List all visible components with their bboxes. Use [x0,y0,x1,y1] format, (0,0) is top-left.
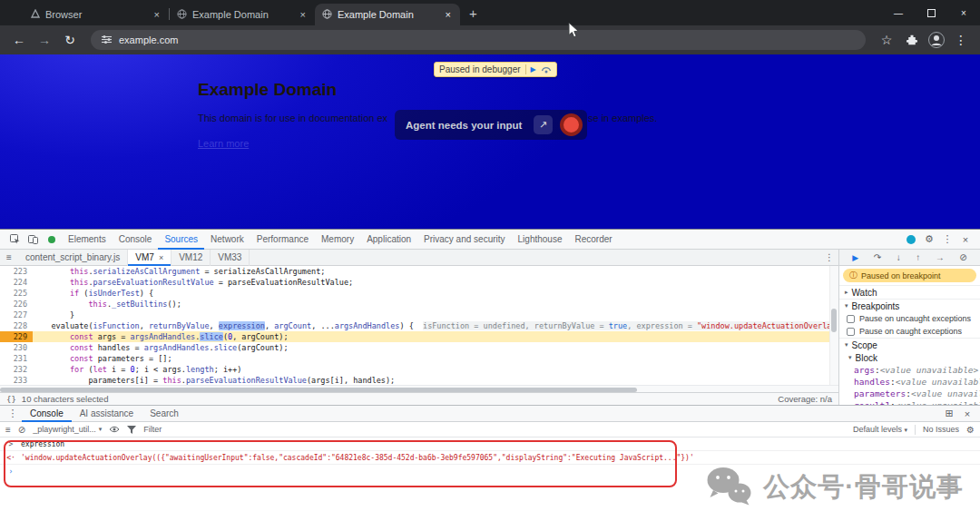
issues-counter[interactable]: No Issues [923,425,959,434]
code-line[interactable]: 223 this.serializeAsCallArgument = seria… [0,266,838,277]
file-tab-vm12[interactable]: VM12 [172,250,211,266]
clear-console-icon[interactable]: ⊘ [18,425,25,435]
back-icon[interactable]: ← [7,28,31,52]
drawer-close-icon[interactable]: × [958,408,976,419]
line-number[interactable]: 229 [0,331,33,342]
resume-script-icon[interactable]: ▶ [531,65,536,74]
vertical-scrollbar[interactable] [829,266,838,385]
pause-uncaught-option[interactable]: Pause on uncaught exceptions [839,312,980,325]
navigator-toggle-icon[interactable]: ≡ [0,252,18,262]
line-number[interactable]: 233 [0,375,33,385]
console-sidebar-icon[interactable]: ≡ [5,425,11,435]
horizontal-scrollbar[interactable] [0,385,838,392]
devtools-kebab-icon[interactable]: ⋮ [938,233,956,245]
checkbox[interactable] [847,328,855,336]
account-status-icon[interactable] [906,235,916,244]
line-number[interactable]: 225 [0,288,33,299]
scope-block-header[interactable]: ▾ Block [839,351,980,364]
browser-tab-3-active[interactable]: Example Domain × [315,4,460,25]
code-line[interactable]: 226 this._setBuiltins(); [0,299,838,310]
file-tab-close-icon[interactable]: × [159,250,163,266]
log-levels-dropdown[interactable]: Default levels ▾ [853,425,907,434]
stop-record-button[interactable] [560,113,583,136]
drawer-tab-search[interactable]: Search [142,406,187,422]
scope-variable[interactable]: args: <value unavailable> [839,364,980,376]
drawer-tab-console[interactable]: Console [22,406,72,422]
filter-funnel-icon[interactable] [127,426,136,434]
tab-close-icon[interactable]: × [444,9,453,20]
line-number[interactable]: 224 [0,277,33,288]
step-over-icon[interactable]: ↷ [874,252,881,262]
devtools-close-icon[interactable]: × [956,234,975,245]
resume-icon[interactable]: ▶ [852,253,858,262]
dock-panel-icon[interactable]: ⊞ [940,408,958,419]
live-expression-eye-icon[interactable] [109,426,120,433]
tab-sources[interactable]: Sources [158,230,204,250]
drawer-kebab-icon[interactable]: ⋮ [4,408,22,419]
extensions-icon[interactable] [900,28,924,52]
deactivate-breakpoints-icon[interactable]: ⊘ [959,252,966,262]
minimize-button[interactable]: — [882,0,915,25]
console-settings-gear-icon[interactable]: ⚙ [966,425,975,435]
new-tab-button[interactable]: + [469,5,477,21]
console-message[interactable]: <·'window.updateActuationOverlay(({"awai… [0,451,980,465]
more-tabs-icon[interactable]: ⋮ [820,252,838,262]
browser-tab-1[interactable]: Browser × [24,4,169,25]
pretty-print-icon[interactable]: {} [6,395,16,404]
tab-privacy-security[interactable]: Privacy and security [417,230,511,250]
tab-console[interactable]: Console [113,230,159,250]
code-line[interactable]: 224 this.parseEvaluationResultValue = pa… [0,277,838,288]
forward-icon[interactable]: → [33,28,56,52]
watch-section-header[interactable]: ▸ Watch [839,285,980,299]
close-button[interactable]: × [947,0,980,25]
step-over-icon[interactable] [541,64,552,75]
scrollbar-thumb[interactable] [831,309,837,332]
tab-application[interactable]: Application [360,230,417,250]
file-tab-content-script[interactable]: content_script_binary.js [18,250,128,266]
line-number[interactable]: 231 [0,353,33,364]
bookmark-star-icon[interactable]: ☆ [875,28,898,52]
step-icon[interactable]: → [936,252,945,262]
tab-memory[interactable]: Memory [315,230,360,250]
device-toolbar-icon[interactable] [24,234,42,244]
maximize-button[interactable] [915,0,947,25]
profile-avatar[interactable] [926,29,947,51]
javascript-context-selector[interactable]: _playwright_util... ▾ [33,425,102,434]
tab-network[interactable]: Network [204,230,250,250]
reload-icon[interactable]: ↻ [58,28,82,52]
step-out-icon[interactable]: ↑ [916,252,920,262]
external-link-icon[interactable]: ↗ [534,115,553,134]
breakpoints-section-header[interactable]: ▾ Breakpoints [839,299,980,312]
scope-variable[interactable]: handles: <value unavailable> [839,376,980,388]
line-number[interactable]: 228 [0,320,33,331]
menu-kebab-icon[interactable]: ⋮ [949,28,973,52]
filter-input[interactable]: Filter [143,425,162,434]
code-line[interactable]: 225 if (isUnderTest) { [0,288,838,299]
tab-elements[interactable]: Elements [62,230,113,250]
console-message[interactable]: >expression [0,437,980,451]
code-editor[interactable]: 223 this.serializeAsCallArgument = seria… [0,266,838,385]
file-tab-vm7-active[interactable]: VM7 × [128,250,172,266]
code-line[interactable]: 229 const args = argsAndHandles.slice(0,… [0,331,838,342]
drawer-tab-ai-assistance[interactable]: AI assistance [72,406,142,422]
line-number[interactable]: 226 [0,299,33,310]
code-line[interactable]: 233 parameters[i] = this.parseEvaluation… [0,375,838,385]
address-bar[interactable]: example.com [91,30,866,50]
line-number[interactable]: 227 [0,310,33,320]
step-into-icon[interactable]: ↓ [897,252,901,262]
scrollbar-thumb[interactable] [0,388,637,392]
checkbox[interactable] [847,315,855,323]
inspect-element-icon[interactable] [5,234,24,244]
settings-gear-icon[interactable]: ⚙ [920,233,938,245]
tab-close-icon[interactable]: × [152,9,162,20]
code-line[interactable]: 230 const handles = argsAndHandles.slice… [0,342,838,353]
line-number[interactable]: 232 [0,364,33,375]
tab-close-icon[interactable]: × [299,9,308,20]
pause-caught-option[interactable]: Pause on caught exceptions [839,325,980,338]
code-line[interactable]: 231 const parameters = []; [0,353,838,364]
scope-variable[interactable]: parameters: <value unavailable> [839,388,980,399]
tab-performance[interactable]: Performance [250,230,315,250]
tab-lighthouse[interactable]: Lighthouse [512,230,569,250]
file-tab-vm33[interactable]: VM33 [211,250,250,266]
tab-recorder[interactable]: Recorder [568,230,618,250]
